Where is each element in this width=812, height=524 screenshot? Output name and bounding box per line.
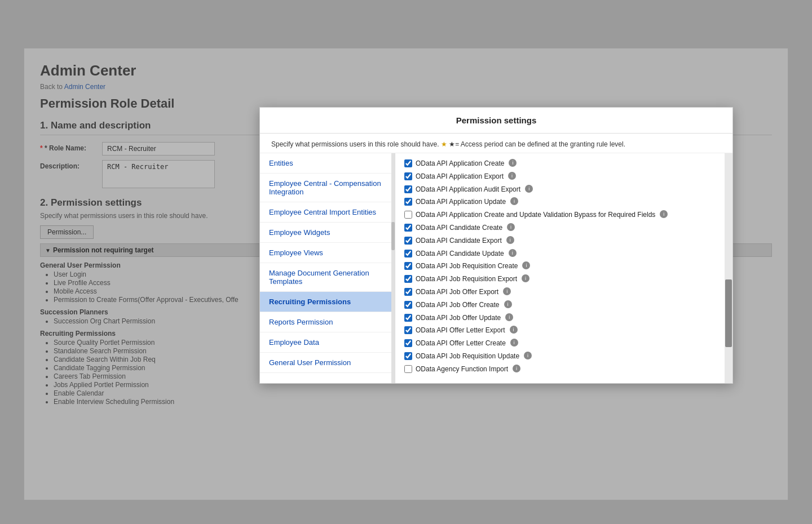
info-icon[interactable]: i <box>506 236 514 244</box>
info-icon[interactable]: i <box>509 249 517 257</box>
modal-intro: Specify what permissions users in this r… <box>260 134 732 153</box>
info-icon[interactable]: i <box>510 197 518 205</box>
info-icon[interactable]: i <box>524 352 532 359</box>
info-icon[interactable]: i <box>510 326 518 334</box>
perm-row-offerletter-export: OData API Offer Letter Export i <box>404 326 723 335</box>
checkbox-app-audit[interactable] <box>404 185 412 193</box>
modal-intro-star-text: ★= Access period can be defined at the g… <box>449 140 625 148</box>
permission-settings-modal: Permission settings Specify what permiss… <box>259 107 733 384</box>
perm-label-joboffer-export: OData API Job Offer Export <box>416 287 498 297</box>
perm-label-jobreq-create: OData API Job Requisition Create <box>416 261 518 271</box>
nav-item-recruiting[interactable]: Recruiting Permissions <box>260 292 395 312</box>
checkbox-jobreq-update[interactable] <box>404 352 412 360</box>
checkbox-app-export[interactable] <box>404 172 412 180</box>
modal-left-nav: Entities Employee Central - Compensation… <box>260 153 395 383</box>
info-icon[interactable]: i <box>507 223 515 231</box>
info-icon[interactable]: i <box>504 300 512 308</box>
info-icon[interactable]: i <box>503 287 511 295</box>
checkbox-app-update[interactable] <box>404 198 412 206</box>
modal-body: Entities Employee Central - Compensation… <box>260 153 732 383</box>
checkbox-joboffer-create[interactable] <box>404 301 412 309</box>
right-scrollbar-track <box>725 153 732 383</box>
modal-header: Permission settings <box>260 108 732 134</box>
checkbox-candidate-update[interactable] <box>404 250 412 257</box>
checkbox-app-create[interactable] <box>404 159 412 167</box>
perm-row-jobreq-create: OData API Job Requisition Create i <box>404 261 723 271</box>
perm-label-app-create: OData API Application Create <box>416 159 504 168</box>
perm-row-joboffer-update: OData API Job Offer Update i <box>404 313 723 323</box>
checkbox-agency-import[interactable] <box>404 365 412 373</box>
checkbox-offerletter-create[interactable] <box>404 339 412 347</box>
checkbox-joboffer-update[interactable] <box>404 314 412 322</box>
info-icon[interactable]: i <box>505 313 513 321</box>
perm-row-candidate-update: OData API Candidate Update i <box>404 249 723 259</box>
info-icon[interactable]: i <box>525 185 533 193</box>
perm-label-offerletter-create: OData API Offer Letter Create <box>416 339 506 348</box>
perm-row-app-update: OData API Application Update i <box>404 197 723 207</box>
perm-label-candidate-export: OData API Candidate Export <box>416 236 502 246</box>
right-scrollbar-thumb <box>725 279 732 347</box>
nav-item-entities[interactable]: Entities <box>260 153 395 174</box>
perm-row-offerletter-create: OData API Offer Letter Create i <box>404 339 723 348</box>
nav-item-employee-views[interactable]: Employee Views <box>260 243 395 263</box>
left-scrollbar-thumb <box>391 222 395 250</box>
nav-item-employee-data[interactable]: Employee Data <box>260 332 395 353</box>
perm-label-app-bypass: OData API Application Create and Update … <box>416 210 655 220</box>
nav-item-employee-widgets[interactable]: Employee Widgets <box>260 223 395 243</box>
checkbox-offerletter-export[interactable] <box>404 326 412 334</box>
perm-label-candidate-create: OData API Candidate Create <box>416 223 502 233</box>
modal-intro-star: ★ <box>441 140 447 148</box>
nav-item-general-user[interactable]: General User Permission <box>260 353 395 373</box>
checkbox-jobreq-create[interactable] <box>404 262 412 270</box>
info-icon[interactable]: i <box>660 210 668 218</box>
info-icon[interactable]: i <box>522 274 529 282</box>
perm-row-candidate-create: OData API Candidate Create i <box>404 223 723 233</box>
nav-item-reports[interactable]: Reports Permission <box>260 312 395 332</box>
checkbox-app-bypass[interactable] <box>404 211 412 219</box>
perm-label-app-audit: OData API Application Audit Export <box>416 185 520 194</box>
checkbox-joboffer-export[interactable] <box>404 288 412 296</box>
nav-item-ec-compensation[interactable]: Employee Central - Compensation Integrat… <box>260 174 395 202</box>
perm-row-app-export: OData API Application Export i <box>404 172 723 181</box>
modal-intro-text: Specify what permissions users in this r… <box>271 140 439 148</box>
info-icon[interactable]: i <box>510 339 518 347</box>
perm-row-joboffer-create: OData API Job Offer Create i <box>404 300 723 310</box>
perm-label-jobreq-export: OData API Job Requisition Export <box>416 274 517 284</box>
checkbox-jobreq-export[interactable] <box>404 275 412 283</box>
perm-row-app-audit: OData API Application Audit Export i <box>404 185 723 194</box>
nav-item-manage-doc[interactable]: Manage Document Generation Templates <box>260 263 395 292</box>
perm-label-candidate-update: OData API Candidate Update <box>416 249 504 259</box>
perm-row-agency-import: OData Agency Function Import i <box>404 365 723 374</box>
perm-label-app-export: OData API Application Export <box>416 172 504 181</box>
perm-label-joboffer-create: OData API Job Offer Create <box>416 300 500 310</box>
left-scrollbar-track <box>391 153 395 383</box>
perm-row-jobreq-update: OData API Job Requisition Update i <box>404 352 723 361</box>
checkbox-candidate-export[interactable] <box>404 237 412 245</box>
perm-row-app-create: OData API Application Create i <box>404 159 723 168</box>
perm-label-joboffer-update: OData API Job Offer Update <box>416 313 501 323</box>
info-icon[interactable]: i <box>522 261 530 269</box>
perm-row-joboffer-export: OData API Job Offer Export i <box>404 287 723 297</box>
checkbox-candidate-create[interactable] <box>404 224 412 232</box>
perm-label-agency-import: OData Agency Function Import <box>416 365 508 374</box>
perm-row-jobreq-export: OData API Job Requisition Export i <box>404 274 723 284</box>
perm-label-app-update: OData API Application Update <box>416 197 506 207</box>
perm-label-jobreq-update: OData API Job Requisition Update <box>416 352 519 361</box>
perm-row-candidate-export: OData API Candidate Export i <box>404 236 723 246</box>
info-icon[interactable]: i <box>508 172 516 180</box>
perm-label-offerletter-export: OData API Offer Letter Export <box>416 326 505 335</box>
perm-row-app-bypass: OData API Application Create and Update … <box>404 210 723 220</box>
nav-item-ec-import[interactable]: Employee Central Import Entities <box>260 202 395 223</box>
info-icon[interactable]: i <box>513 365 520 372</box>
info-icon[interactable]: i <box>509 159 517 167</box>
modal-right-content: OData API Application Create i OData API… <box>395 153 732 383</box>
